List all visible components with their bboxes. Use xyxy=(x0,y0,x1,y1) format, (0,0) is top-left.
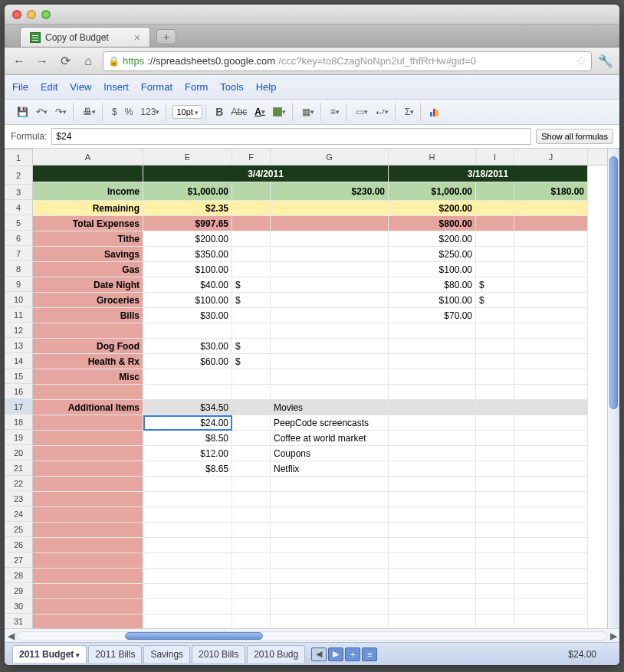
row-header[interactable]: 8 xyxy=(5,261,32,277)
cell[interactable]: $30.00 xyxy=(143,339,232,354)
cell[interactable] xyxy=(143,584,232,599)
cell[interactable] xyxy=(271,339,389,354)
cell[interactable] xyxy=(33,615,143,628)
cell[interactable] xyxy=(476,507,514,523)
back-button[interactable]: ← xyxy=(11,54,28,68)
row-header[interactable]: 11 xyxy=(5,307,32,323)
cell[interactable] xyxy=(389,323,476,339)
cell[interactable]: Date Night xyxy=(33,277,143,293)
cell[interactable] xyxy=(389,461,476,477)
cell[interactable] xyxy=(143,538,232,553)
cell[interactable]: $ xyxy=(476,277,514,293)
cell[interactable] xyxy=(389,369,476,385)
cell[interactable]: $34.50 xyxy=(143,400,232,415)
cell-remaining-label[interactable]: Remaining xyxy=(33,201,143,216)
sheet-tab[interactable]: 2010 Budg xyxy=(247,645,305,663)
cell[interactable]: Bills xyxy=(33,308,143,323)
row-header[interactable]: 3 xyxy=(5,185,32,200)
cell[interactable] xyxy=(476,247,514,262)
cell[interactable] xyxy=(143,523,232,538)
cell[interactable]: $40.00 xyxy=(143,277,232,293)
cell[interactable] xyxy=(389,431,476,446)
cell[interactable] xyxy=(476,461,514,477)
cell[interactable] xyxy=(514,216,588,231)
row-header[interactable]: 26 xyxy=(5,537,32,552)
cell[interactable] xyxy=(271,599,389,615)
cell[interactable] xyxy=(389,400,476,415)
row-header[interactable]: 12 xyxy=(5,323,32,338)
row-header[interactable]: 16 xyxy=(5,384,32,399)
cell[interactable]: Movies xyxy=(271,400,389,415)
cell[interactable] xyxy=(232,523,271,538)
cell[interactable] xyxy=(514,277,588,293)
font-size-select[interactable]: 10pt xyxy=(172,105,202,119)
row-header[interactable]: 30 xyxy=(5,598,32,614)
cell[interactable] xyxy=(232,262,271,277)
row-header[interactable]: 2 xyxy=(5,166,32,185)
cell[interactable]: Coupons xyxy=(271,446,389,461)
col-header[interactable]: E xyxy=(143,149,232,165)
cell[interactable] xyxy=(271,538,389,553)
cell[interactable] xyxy=(476,477,514,492)
scroll-right-icon[interactable]: ▶ xyxy=(607,631,619,641)
cell[interactable] xyxy=(389,415,476,431)
cell[interactable] xyxy=(232,446,271,461)
cell[interactable] xyxy=(143,599,232,615)
cell[interactable]: $ xyxy=(232,354,271,369)
cell[interactable] xyxy=(476,308,514,323)
cell[interactable] xyxy=(476,538,514,553)
cell[interactable] xyxy=(33,507,143,523)
cell[interactable] xyxy=(514,339,588,354)
cell[interactable] xyxy=(33,461,143,477)
cell[interactable] xyxy=(271,262,389,277)
cell[interactable] xyxy=(514,323,588,339)
cell[interactable]: $100.00 xyxy=(143,293,232,308)
cell[interactable] xyxy=(389,599,476,615)
cell[interactable] xyxy=(33,584,143,599)
close-tab-icon[interactable]: × xyxy=(134,31,140,44)
cell-date2[interactable]: 3/18/2011 xyxy=(389,166,588,182)
cell[interactable]: $8.65 xyxy=(143,461,232,477)
cell[interactable] xyxy=(33,538,143,553)
new-tab-button[interactable]: + xyxy=(156,29,176,44)
cell[interactable] xyxy=(514,461,588,477)
grid[interactable]: A E F G H I J 3/4/2011 3/18/2011 Income … xyxy=(33,149,607,628)
cell-date1[interactable]: 3/4/2011 xyxy=(143,166,389,182)
cell[interactable]: $8.50 xyxy=(143,431,232,446)
row-header[interactable]: 1 xyxy=(5,149,32,166)
cell[interactable] xyxy=(389,339,476,354)
cell[interactable] xyxy=(476,492,514,507)
redo-button[interactable]: ↷ xyxy=(52,105,70,119)
cell[interactable] xyxy=(33,431,143,446)
row-header[interactable]: 31 xyxy=(5,614,32,628)
fill-color-button[interactable] xyxy=(270,106,289,118)
scrollbar-thumb[interactable] xyxy=(609,156,618,409)
cell[interactable]: Groceries xyxy=(33,293,143,308)
row-header[interactable]: 21 xyxy=(5,461,32,476)
cell[interactable] xyxy=(232,415,271,431)
minimize-window-icon[interactable] xyxy=(27,10,36,19)
cell[interactable] xyxy=(33,523,143,538)
col-header[interactable]: J xyxy=(514,149,588,165)
align-button[interactable]: ≡ xyxy=(327,105,343,119)
active-cell[interactable]: $24.00 xyxy=(143,415,232,431)
cell[interactable]: $100.00 xyxy=(389,293,476,308)
cell[interactable]: PeepCode screencasts xyxy=(271,415,389,431)
cell[interactable] xyxy=(232,247,271,262)
cell[interactable]: Tithe xyxy=(33,231,143,247)
cell[interactable] xyxy=(143,323,232,339)
menu-form[interactable]: Form xyxy=(185,81,208,93)
cell[interactable] xyxy=(476,553,514,569)
cell[interactable] xyxy=(514,553,588,569)
cell[interactable] xyxy=(271,492,389,507)
close-window-icon[interactable] xyxy=(12,10,21,19)
row-header[interactable]: 5 xyxy=(5,215,32,231)
cell[interactable] xyxy=(143,507,232,523)
sheet-prev-icon[interactable]: ◀ xyxy=(311,647,327,661)
cell[interactable] xyxy=(232,584,271,599)
cell[interactable] xyxy=(514,385,588,400)
scroll-track[interactable] xyxy=(17,631,607,641)
cell[interactable] xyxy=(232,231,271,247)
cell[interactable] xyxy=(514,584,588,599)
cell[interactable]: $100.00 xyxy=(389,262,476,277)
